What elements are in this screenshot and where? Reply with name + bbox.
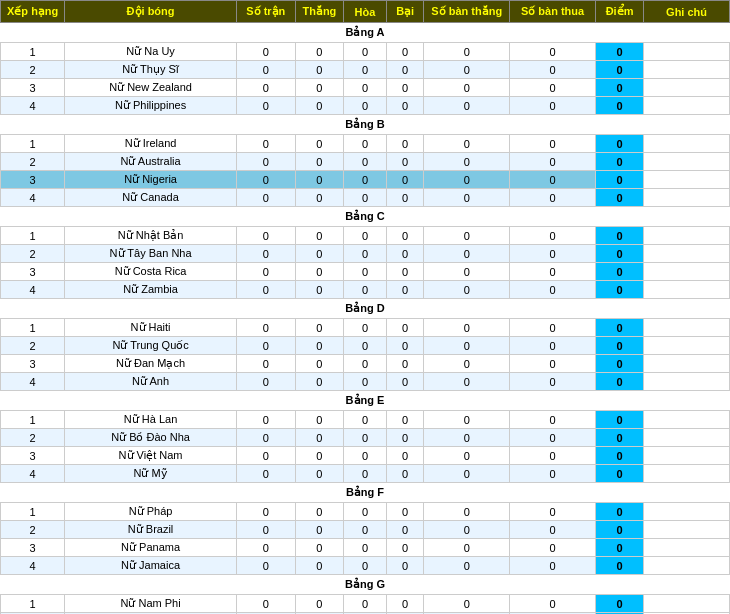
d-cell: 0 <box>344 319 387 337</box>
l-cell: 0 <box>386 245 424 263</box>
ga-cell: 0 <box>510 135 596 153</box>
notes-cell <box>644 227 730 245</box>
l-cell: 0 <box>386 319 424 337</box>
table-row: 3Nữ New Zealand0000000 <box>1 79 730 97</box>
ga-cell: 0 <box>510 61 596 79</box>
team-name-cell: Nữ Hà Lan <box>65 411 237 429</box>
points-cell: 0 <box>595 447 643 465</box>
l-cell: 0 <box>386 263 424 281</box>
gf-cell: 0 <box>424 319 510 337</box>
gf-cell: 0 <box>424 135 510 153</box>
team-name-cell: Nữ Nam Phi <box>65 595 237 613</box>
m-cell: 0 <box>236 153 295 171</box>
points-cell: 0 <box>595 595 643 613</box>
l-cell: 0 <box>386 337 424 355</box>
gf-cell: 0 <box>424 263 510 281</box>
ga-cell: 0 <box>510 281 596 299</box>
points-cell: 0 <box>595 281 643 299</box>
l-cell: 0 <box>386 595 424 613</box>
d-cell: 0 <box>344 189 387 207</box>
points-cell: 0 <box>595 79 643 97</box>
team-name-cell: Nữ Jamaica <box>65 557 237 575</box>
rank-cell: 1 <box>1 411 65 429</box>
d-cell: 0 <box>344 281 387 299</box>
m-cell: 0 <box>236 355 295 373</box>
gf-cell: 0 <box>424 355 510 373</box>
w-cell: 0 <box>295 373 343 391</box>
team-name-cell: Nữ Pháp <box>65 503 237 521</box>
gf-cell: 0 <box>424 521 510 539</box>
notes-cell <box>644 503 730 521</box>
notes-cell <box>644 281 730 299</box>
points-cell: 0 <box>595 465 643 483</box>
table-row: 1Nữ Nam Phi0000000 <box>1 595 730 613</box>
col-goals-against: Số bàn thua <box>510 1 596 23</box>
gf-cell: 0 <box>424 227 510 245</box>
d-cell: 0 <box>344 171 387 189</box>
rank-cell: 4 <box>1 281 65 299</box>
team-name-cell: Nữ Haiti <box>65 319 237 337</box>
gf-cell: 0 <box>424 153 510 171</box>
ga-cell: 0 <box>510 447 596 465</box>
w-cell: 0 <box>295 97 343 115</box>
rank-cell: 1 <box>1 227 65 245</box>
rank-cell: 2 <box>1 61 65 79</box>
team-name-cell: Nữ Mỹ <box>65 465 237 483</box>
ga-cell: 0 <box>510 43 596 61</box>
gf-cell: 0 <box>424 447 510 465</box>
m-cell: 0 <box>236 263 295 281</box>
rank-cell: 3 <box>1 171 65 189</box>
w-cell: 0 <box>295 355 343 373</box>
w-cell: 0 <box>295 521 343 539</box>
d-cell: 0 <box>344 521 387 539</box>
points-cell: 0 <box>595 189 643 207</box>
m-cell: 0 <box>236 557 295 575</box>
m-cell: 0 <box>236 373 295 391</box>
ga-cell: 0 <box>510 539 596 557</box>
group-name: Bảng C <box>1 207 730 227</box>
group-name: Bảng E <box>1 391 730 411</box>
d-cell: 0 <box>344 539 387 557</box>
w-cell: 0 <box>295 135 343 153</box>
w-cell: 0 <box>295 429 343 447</box>
notes-cell <box>644 595 730 613</box>
l-cell: 0 <box>386 429 424 447</box>
notes-cell <box>644 263 730 281</box>
d-cell: 0 <box>344 263 387 281</box>
w-cell: 0 <box>295 319 343 337</box>
ga-cell: 0 <box>510 503 596 521</box>
notes-cell <box>644 171 730 189</box>
notes-cell <box>644 43 730 61</box>
table-row: 1Nữ Na Uy0000000 <box>1 43 730 61</box>
m-cell: 0 <box>236 79 295 97</box>
notes-cell <box>644 189 730 207</box>
team-name-cell: Nữ Anh <box>65 373 237 391</box>
group-name: Bảng B <box>1 115 730 135</box>
l-cell: 0 <box>386 373 424 391</box>
rank-cell: 2 <box>1 337 65 355</box>
points-cell: 0 <box>595 171 643 189</box>
d-cell: 0 <box>344 227 387 245</box>
gf-cell: 0 <box>424 43 510 61</box>
points-cell: 0 <box>595 135 643 153</box>
w-cell: 0 <box>295 43 343 61</box>
ga-cell: 0 <box>510 557 596 575</box>
col-points: Điểm <box>595 1 643 23</box>
notes-cell <box>644 539 730 557</box>
ga-cell: 0 <box>510 263 596 281</box>
w-cell: 0 <box>295 79 343 97</box>
points-cell: 0 <box>595 337 643 355</box>
team-name-cell: Nữ Việt Nam <box>65 447 237 465</box>
team-name-cell: Nữ Thụy Sĩ <box>65 61 237 79</box>
group-header: Bảng E <box>1 391 730 411</box>
gf-cell: 0 <box>424 595 510 613</box>
ga-cell: 0 <box>510 189 596 207</box>
m-cell: 0 <box>236 61 295 79</box>
gf-cell: 0 <box>424 503 510 521</box>
team-name-cell: Nữ New Zealand <box>65 79 237 97</box>
d-cell: 0 <box>344 447 387 465</box>
team-name-cell: Nữ Đan Mạch <box>65 355 237 373</box>
d-cell: 0 <box>344 245 387 263</box>
rank-cell: 3 <box>1 447 65 465</box>
m-cell: 0 <box>236 429 295 447</box>
